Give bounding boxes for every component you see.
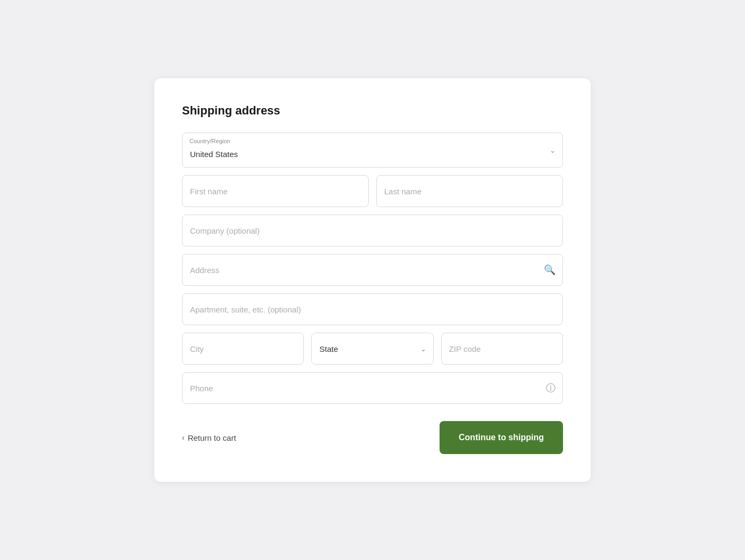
- apartment-input[interactable]: [182, 293, 563, 325]
- last-name-input[interactable]: [376, 175, 563, 207]
- continue-to-shipping-button[interactable]: Continue to shipping: [440, 421, 563, 454]
- apartment-group: [182, 293, 563, 325]
- address-group: 🔍: [182, 254, 563, 286]
- phone-group: ⓘ: [182, 372, 563, 404]
- zip-input[interactable]: [441, 333, 563, 365]
- return-label: Return to cart: [188, 433, 236, 442]
- name-row: [182, 175, 563, 207]
- country-select-wrapper: United StatesCanadaUnited KingdomAustral…: [182, 133, 563, 168]
- phone-input[interactable]: [182, 372, 563, 404]
- state-select[interactable]: State Alabama Alaska Arizona Arkansas Ca…: [311, 333, 433, 365]
- first-name-group: [182, 175, 369, 207]
- first-name-input[interactable]: [182, 175, 369, 207]
- company-group: [182, 215, 563, 246]
- chevron-left-icon: ‹: [182, 433, 185, 442]
- zip-group: [441, 333, 563, 365]
- country-region-group: Country/Region United StatesCanadaUnited…: [182, 133, 563, 168]
- address-input[interactable]: [182, 254, 563, 286]
- page-title: Shipping address: [182, 104, 563, 118]
- form-actions: ‹ Return to cart Continue to shipping: [182, 421, 563, 454]
- city-input[interactable]: [182, 333, 304, 365]
- shipping-address-card: Shipping address Country/Region United S…: [154, 78, 591, 482]
- state-select-wrapper: State Alabama Alaska Arizona Arkansas Ca…: [311, 333, 433, 365]
- city-group: [182, 333, 304, 365]
- state-group: State Alabama Alaska Arizona Arkansas Ca…: [311, 333, 433, 365]
- city-state-zip-row: State Alabama Alaska Arizona Arkansas Ca…: [182, 333, 563, 365]
- return-to-cart-button[interactable]: ‹ Return to cart: [182, 433, 236, 442]
- company-input[interactable]: [182, 215, 563, 246]
- last-name-group: [376, 175, 563, 207]
- country-select[interactable]: United StatesCanadaUnited KingdomAustral…: [182, 133, 563, 168]
